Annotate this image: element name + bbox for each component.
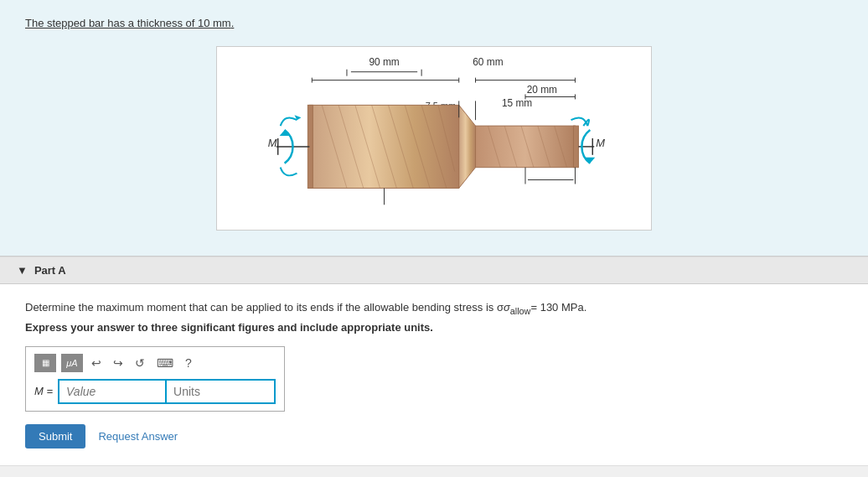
keyboard-button[interactable]: ⌨ [153,355,177,371]
actions: Submit Request Answer [25,424,843,448]
statement-text: The stepped bar has a thickness of [25,17,198,29]
submit-label: Submit [39,430,72,443]
stepped-bar-diagram: 90 mm 60 mm 7.5 mm 20 mm 15 mm M M [217,47,651,230]
input-row: M = [34,379,276,404]
instruction-text: Express your answer to three significant… [25,321,843,334]
question-text: Determine the maximum moment that can be… [25,301,843,316]
redo-icon: ↪ [113,356,123,370]
dim-15mm: 15 mm [502,97,532,109]
format-button[interactable]: ▦ [34,354,56,372]
problem-statement: The stepped bar has a thickness of 10 mm… [25,17,843,29]
units-input[interactable] [167,379,276,404]
subscript-sigma: σ [504,301,510,314]
help-label: ? [185,356,192,370]
undo-icon: ↩ [91,356,101,370]
mu-label: μΑ [66,358,77,368]
statement-end: . [231,17,235,29]
submit-button[interactable]: Submit [25,424,85,448]
dim-90mm: 90 mm [369,56,399,68]
diagram-section: The stepped bar has a thickness of 10 mm… [0,0,868,257]
reset-button[interactable]: ↺ [132,355,148,371]
collapse-icon[interactable]: ▼ [17,264,28,277]
redo-button[interactable]: ↪ [110,355,127,371]
subscript-allow: allow [510,306,531,316]
dim-20mm: 20 mm [527,84,557,96]
reset-icon: ↺ [135,356,145,370]
stress-value: = 130 MPa [530,301,583,314]
help-button[interactable]: ? [182,355,195,371]
thickness-value: 10 mm [198,17,231,29]
keyboard-icon: ⌨ [157,356,173,370]
bar-small-section [476,126,576,168]
request-label: Request Answer [98,430,178,443]
toolbar: ▦ μΑ ↩ ↪ ↺ ⌨ [34,354,276,372]
value-input[interactable] [58,379,167,404]
undo-button[interactable]: ↩ [88,355,105,371]
answer-box: ▦ μΑ ↩ ↪ ↺ ⌨ [25,346,285,412]
m-label-right: M [596,137,605,149]
dim-60mm: 60 mm [473,56,503,68]
m-input-label: M = [34,385,53,397]
question-main: Determine the maximum moment that can be… [25,301,504,314]
part-section: ▼ Part A Determine the maximum moment th… [0,257,868,466]
instruction-span: Express your answer to three significant… [25,321,433,334]
m-label-left: M [268,137,277,149]
period: . [584,301,587,314]
mu-button[interactable]: μΑ [61,354,83,372]
part-header: ▼ Part A [0,257,868,284]
part-label: Part A [34,264,66,277]
bar-right-face [573,126,578,168]
page-wrapper: The stepped bar has a thickness of 10 mm… [0,0,868,466]
diagram-container: 90 mm 60 mm 7.5 mm 20 mm 15 mm M M [216,46,652,231]
request-answer-link[interactable]: Request Answer [98,430,178,443]
format-icon: ▦ [42,358,49,367]
part-body: Determine the maximum moment that can be… [0,284,868,465]
